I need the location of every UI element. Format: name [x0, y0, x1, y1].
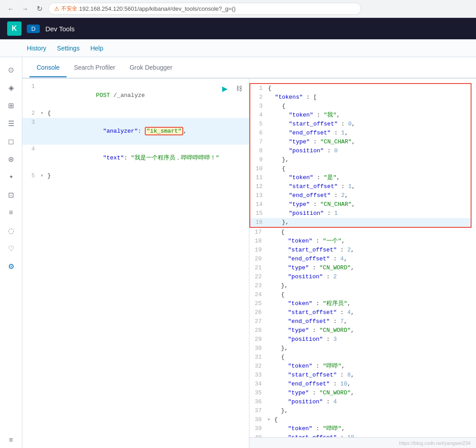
output-line-28: 28 "type" : "CN_WORD", [249, 326, 476, 335]
line-number-2: 2 [22, 109, 40, 118]
output-line-3: 3 { [250, 102, 471, 111]
reload-button[interactable]: ↻ [34, 4, 45, 14]
output-line-32: 32 "token" : "哔哔", [249, 362, 476, 371]
sidebar-icon-dashboard[interactable]: ⊞ [3, 97, 19, 113]
logo-letter: K [12, 25, 17, 33]
output-line-36: 36 "position" : 4 [249, 398, 476, 406]
line-number-3: 3 [22, 118, 40, 127]
fold-indicator-38[interactable]: ▾ [267, 415, 274, 424]
output-line-20: 20 "end_offset" : 4, [249, 255, 476, 264]
line-content-4: "text": "我是一个程序员，哔哔哔哔哔！" [40, 145, 249, 172]
tab-console[interactable]: Console [29, 59, 67, 77]
output-line-17: 17 { [249, 228, 476, 237]
output-panel[interactable]: 1 { 2 "tokens" : [ 3 { [249, 79, 476, 437]
output-line-4: 4 "token" : "我", [250, 111, 471, 120]
security-warning-icon: ⚠ [54, 5, 59, 12]
tab-search-profiler[interactable]: Search Profiler [67, 59, 122, 77]
kibana-topbar: K D Dev Tools [0, 18, 476, 39]
sidebar-icon-discover[interactable]: ⊙ [3, 62, 19, 78]
header-menu-history[interactable]: History [27, 43, 46, 54]
tabs-bar: Console Search Profiler Grok Debugger [22, 57, 476, 79]
line-content-1: POST /_analyze [40, 82, 249, 109]
address-bar[interactable]: ⚠ 不安全 192.168.254.120:5601/app/kibana#/d… [48, 3, 361, 15]
url-text: 192.168.254.120:5601/app/kibana#/dev_too… [79, 5, 236, 12]
content-area: Console Search Profiler Grok Debugger ▶ … [22, 57, 476, 448]
output-line-30: 30 }, [249, 344, 476, 353]
header-menu-help[interactable]: Help [90, 43, 103, 54]
line-content-2: { [47, 109, 249, 118]
forward-button[interactable]: → [20, 4, 30, 14]
output-line-2: 2 "tokens" : [ [250, 93, 471, 102]
watermark: https://blog.csdn.net/yangwei234 [249, 437, 476, 448]
code-line-3: 3 "analyzer": "ik_smart", [22, 118, 249, 145]
sidebar-icon-canvas[interactable]: ◻ [3, 133, 19, 149]
tab-grok-debugger[interactable]: Grok Debugger [122, 59, 180, 77]
sidebar-icon-timelion[interactable]: ☰ [3, 115, 19, 131]
kibana-app: K D Dev Tools History Settings Help ⊙ ◈ … [0, 18, 476, 448]
editor-toolbar: ▶ ⛓ [219, 82, 245, 95]
line-number-5: 5 [22, 172, 40, 180]
fold-indicator-2[interactable]: ▾ [40, 109, 47, 118]
output-line-num-1: 1 [250, 84, 268, 93]
output-line-38: 38 ▾ { [249, 415, 476, 424]
output-line-40: 40 "start_offset" : 10, [249, 433, 476, 437]
sidebar-icon-apm[interactable]: ◌ [3, 222, 19, 239]
sidebar-icon-ml[interactable]: ✦ [3, 169, 19, 185]
security-label: 不安全 [61, 5, 77, 13]
fold-indicator-5[interactable]: ▾ [40, 172, 47, 180]
line-content-3: "analyzer": "ik_smart", [40, 118, 249, 145]
sidebar-icon-visualize[interactable]: ◈ [3, 80, 19, 96]
browser-bar: ← → ↻ ⚠ 不安全 192.168.254.120:5601/app/kib… [0, 0, 476, 18]
output-line-25: 25 "token" : "程序员", [249, 299, 476, 308]
output-line-14: 14 "type" : "CN_CHAR", [250, 200, 471, 209]
line-number-1: 1 [22, 82, 40, 91]
left-code-editor[interactable]: 1 POST /_analyze 2 ▾ { [22, 79, 249, 448]
copy-as-curl-button[interactable]: ⛓ [233, 82, 245, 95]
output-line-5: 5 "start_offset" : 0, [250, 120, 471, 129]
sidebar-icon-infrastructure[interactable]: ⊡ [3, 187, 19, 203]
line-number-4: 4 [22, 145, 40, 154]
output-line-33: 33 "start_offset" : 8, [249, 371, 476, 380]
code-line-2: 2 ▾ { [22, 109, 249, 118]
sidebar: ⊙ ◈ ⊞ ☰ ◻ ⊛ ✦ ⊡ ≡ ◌ ♡ ⚙ ≡ [0, 57, 22, 448]
output-line-18: 18 "token" : "一个", [249, 237, 476, 246]
output-line-10: 10 { [250, 164, 471, 173]
output-line-11: 11 "token" : "是", [250, 173, 471, 182]
output-line-34: 34 "end_offset" : 10, [249, 380, 476, 389]
left-panel: ▶ ⛓ 1 POST /_analyze 2 [22, 79, 249, 448]
output-line-24: 24 { [249, 290, 476, 299]
run-button[interactable]: ▶ [219, 82, 231, 95]
output-line-29: 29 "position" : 3 [249, 335, 476, 344]
output-line-16: 16 }, [250, 218, 471, 227]
output-border-box: 1 { 2 "tokens" : [ 3 { [249, 83, 472, 228]
output-line-7: 7 "type" : "CN_CHAR", [250, 138, 471, 147]
output-line-39: 39 "token" : "哔哔", [249, 424, 476, 433]
output-line-8: 8 "position" : 0 [250, 147, 471, 155]
app-badge[interactable]: D [27, 25, 40, 33]
editor-panels: ▶ ⛓ 1 POST /_analyze 2 [22, 79, 476, 448]
output-line-6: 6 "end_offset" : 1, [250, 129, 471, 138]
sidebar-icon-logs[interactable]: ≡ [3, 205, 19, 221]
output-line-35: 35 "type" : "CN_WORD", [249, 389, 476, 398]
output-line-21: 21 "type" : "CN_WORD", [249, 264, 476, 272]
sidebar-icon-maps[interactable]: ⊛ [3, 151, 19, 167]
sidebar-icon-devtools[interactable]: ⚙ [3, 258, 19, 274]
output-line-26: 26 "start_offset" : 4, [249, 308, 476, 317]
main-layout: ⊙ ◈ ⊞ ☰ ◻ ⊛ ✦ ⊡ ≡ ◌ ♡ ⚙ ≡ Console Search… [0, 57, 476, 448]
output-content-1: { [268, 84, 471, 93]
code-line-1: 1 POST /_analyze [22, 82, 249, 109]
output-line-19: 19 "start_offset" : 2, [249, 246, 476, 255]
app-title: Dev Tools [45, 25, 75, 33]
kibana-logo[interactable]: K [7, 21, 21, 36]
output-line-1: 1 { [250, 84, 471, 93]
output-line-13: 13 "end_offset" : 2, [250, 191, 471, 200]
header-menu: History Settings Help [0, 39, 476, 57]
back-button[interactable]: ← [5, 4, 16, 14]
header-menu-settings[interactable]: Settings [57, 43, 80, 54]
sidebar-icon-menu[interactable]: ≡ [3, 432, 19, 448]
watermark-text: https://blog.csdn.net/yangwei234 [399, 440, 471, 446]
output-line-27: 27 "end_offset" : 7, [249, 317, 476, 326]
line-content-5: } [47, 172, 249, 180]
sidebar-icon-uptime[interactable]: ♡ [3, 240, 19, 256]
output-line-22: 22 "position" : 2 [249, 272, 476, 281]
